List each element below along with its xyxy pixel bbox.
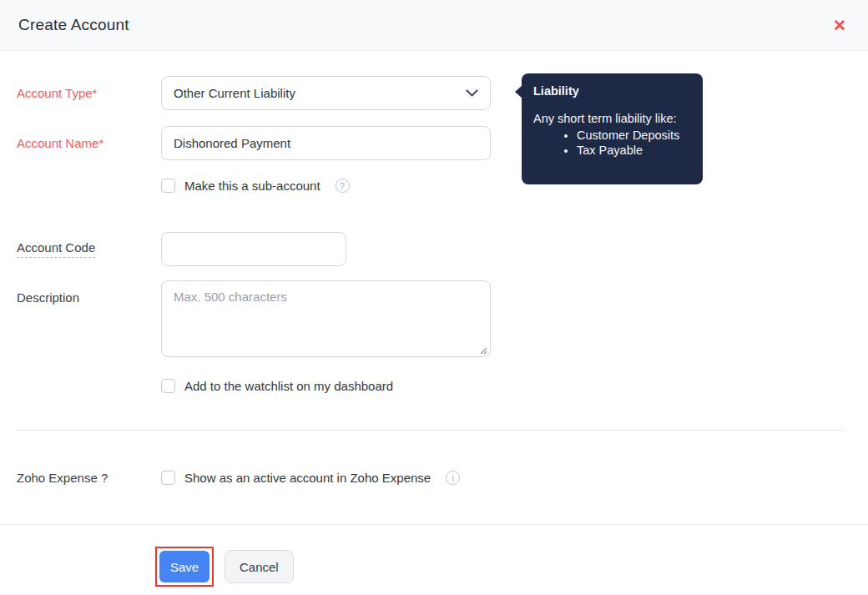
footer: Save Cancel xyxy=(155,547,868,587)
sub-account-checkbox[interactable] xyxy=(161,179,175,193)
tooltip-title: Liability xyxy=(533,84,691,98)
account-code-row: Account Code xyxy=(0,232,868,266)
account-type-row: Account Type* Other Current Liability xyxy=(0,76,868,110)
description-row: Description xyxy=(0,280,868,361)
modal-title: Create Account xyxy=(18,16,129,34)
tooltip-list: Customer Deposits Tax Payable xyxy=(533,129,691,157)
modal-header: Create Account ✕ xyxy=(0,0,868,51)
footer-divider xyxy=(0,524,868,525)
watchlist-checkbox[interactable] xyxy=(161,379,175,393)
zoho-expense-row: Zoho Expense ? Show as an active account… xyxy=(0,471,868,485)
chevron-down-icon xyxy=(466,89,478,97)
sub-account-checkbox-group: Make this a sub-account ? xyxy=(161,179,350,193)
cancel-button[interactable]: Cancel xyxy=(225,550,294,583)
sub-account-label: Make this a sub-account xyxy=(184,179,320,193)
tooltip-list-item: Customer Deposits xyxy=(577,129,691,142)
help-circle-icon[interactable]: ? xyxy=(336,179,350,193)
account-name-input[interactable] xyxy=(161,126,491,160)
save-button[interactable]: Save xyxy=(159,551,209,582)
account-type-label: Account Type* xyxy=(17,86,161,100)
account-name-label: Account Name* xyxy=(17,136,161,150)
sub-account-row: Make this a sub-account ? xyxy=(0,179,868,193)
liability-tooltip: Liability Any short term liability like:… xyxy=(522,73,703,184)
watchlist-row: Add to the watchlist on my dashboard xyxy=(0,379,868,393)
account-code-label: Account Code xyxy=(17,240,95,258)
account-code-input[interactable] xyxy=(161,232,346,266)
account-type-select[interactable]: Other Current Liability xyxy=(161,76,491,110)
tooltip-list-item: Tax Payable xyxy=(577,144,691,157)
info-circle-icon[interactable]: i xyxy=(446,471,460,485)
section-divider xyxy=(17,430,845,431)
account-name-row: Account Name* xyxy=(0,126,868,160)
save-button-highlight: Save xyxy=(155,547,214,587)
zoho-expense-checkbox-group: Show as an active account in Zoho Expens… xyxy=(161,471,460,485)
tooltip-intro: Any short term liability like: xyxy=(533,112,691,125)
create-account-modal: Create Account ✕ Account Type* Other Cur… xyxy=(0,0,868,595)
description-label: Description xyxy=(17,280,161,305)
description-textarea[interactable] xyxy=(161,280,491,357)
zoho-expense-checkbox[interactable] xyxy=(161,471,175,485)
zoho-expense-checkbox-label: Show as an active account in Zoho Expens… xyxy=(184,471,431,485)
close-icon[interactable]: ✕ xyxy=(830,14,850,37)
zoho-expense-label: Zoho Expense ? xyxy=(17,471,161,485)
account-type-selected-value: Other Current Liability xyxy=(174,86,295,100)
watchlist-label: Add to the watchlist on my dashboard xyxy=(184,379,393,393)
watchlist-checkbox-group: Add to the watchlist on my dashboard xyxy=(161,379,393,393)
